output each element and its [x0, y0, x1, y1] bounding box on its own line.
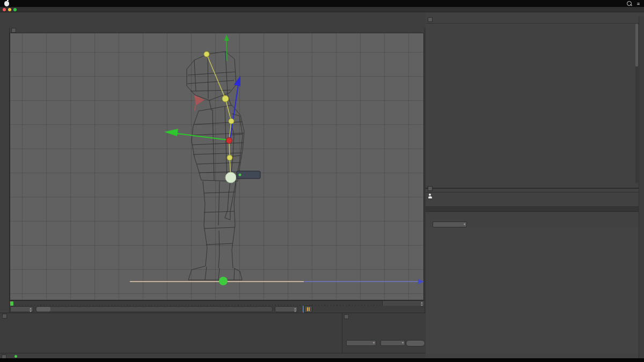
move-gizmo-z-arrow[interactable]	[164, 129, 228, 140]
head-top-joint[interactable]	[204, 51, 209, 57]
pose-flag	[194, 95, 204, 110]
y-axis-arrowhead	[224, 34, 229, 41]
viewport-scene	[10, 33, 424, 300]
selected-spine-joint[interactable]	[226, 138, 232, 144]
status-ok-indicator	[14, 355, 17, 358]
window-titlebar	[0, 7, 644, 12]
minimize-window-button[interactable]	[8, 8, 11, 11]
object-manager	[426, 16, 639, 184]
solo-button[interactable]	[304, 306, 312, 313]
character-object-icon	[428, 194, 432, 198]
y-axis-line	[226, 39, 227, 61]
floor-controller[interactable]	[219, 277, 228, 285]
components-dropdown[interactable]	[433, 221, 467, 227]
transport-bar	[10, 306, 424, 313]
end-frame-field[interactable]	[275, 306, 298, 312]
playhead-marker[interactable]	[10, 301, 13, 306]
character-wireframe	[187, 51, 244, 280]
timeline-slider-handle[interactable]	[36, 307, 50, 312]
zoom-window-button[interactable]	[13, 8, 17, 11]
keying-group	[303, 306, 304, 313]
coord-menu-icon[interactable]	[344, 314, 349, 319]
spotlight-icon[interactable]	[627, 1, 632, 6]
mac-menubar: ≡	[0, 0, 644, 7]
root-tooltip	[237, 171, 260, 179]
material-manager	[0, 313, 342, 353]
panel-tab-strip	[639, 16, 644, 358]
neck-joint[interactable]	[222, 95, 229, 102]
viewport-menu-icon[interactable]	[11, 28, 16, 33]
notification-center-icon[interactable]: ≡	[637, 1, 640, 6]
coordinates-manager	[342, 313, 426, 353]
chest-joint[interactable]	[229, 119, 234, 124]
mode-palette	[0, 28, 10, 362]
om-menu-icon[interactable]	[428, 17, 433, 22]
material-menu-icon[interactable]	[2, 314, 7, 319]
am-menu-icon[interactable]	[428, 186, 433, 191]
cinema4d-window: ≡	[0, 0, 644, 362]
close-window-button[interactable]	[3, 8, 6, 11]
timeline-slider[interactable]	[35, 306, 273, 312]
z-axis-arrowhead	[418, 279, 424, 284]
right-panel	[426, 12, 644, 358]
root-controller[interactable]	[225, 172, 236, 183]
om-scrollbar[interactable]	[635, 24, 638, 183]
move-gizmo-y-arrow[interactable]	[230, 76, 240, 138]
apply-button[interactable]	[406, 340, 425, 346]
apple-menu-icon[interactable]	[4, 1, 9, 6]
attribute-manager	[426, 185, 639, 354]
current-frame-field[interactable]	[10, 306, 33, 312]
object-properties-header	[426, 206, 639, 212]
viewport-menu	[10, 28, 424, 33]
pelvis-joint[interactable]	[227, 155, 232, 160]
size-mode-dropdown[interactable]	[380, 340, 405, 346]
object-mode-dropdown[interactable]	[346, 340, 376, 346]
screen-bottom-strip	[0, 358, 644, 362]
